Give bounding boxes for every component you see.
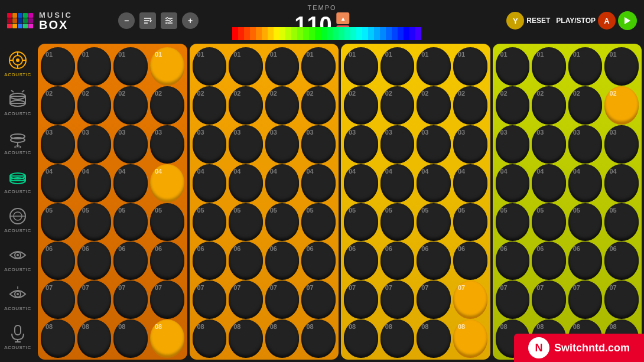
sidebar-item-2[interactable]: ACOUSTIC	[1, 122, 34, 161]
drum-pad[interactable]: 07	[496, 281, 530, 317]
drum-pad[interactable]: 02	[604, 86, 639, 123]
drum-pad[interactable]: 02	[417, 86, 451, 123]
drum-pad[interactable]: 01	[604, 47, 639, 84]
drum-pad[interactable]: 05	[496, 203, 530, 240]
drum-pad[interactable]: 03	[41, 125, 75, 162]
drum-pad[interactable]: 07	[604, 281, 639, 317]
drum-pad[interactable]: 03	[417, 125, 451, 162]
drum-pad[interactable]: 05	[113, 203, 148, 240]
drum-pad[interactable]: 01	[417, 47, 451, 84]
drum-pad[interactable]: 02	[453, 86, 487, 123]
drum-pad[interactable]: 02	[568, 86, 603, 123]
drum-pad[interactable]: 05	[604, 203, 639, 240]
sidebar-item-7[interactable]: ACOUSTIC	[1, 317, 34, 356]
drum-pad[interactable]: 06	[417, 242, 451, 278]
drum-pad[interactable]: 06	[532, 242, 566, 278]
settings-button[interactable]	[161, 12, 177, 29]
drum-pad[interactable]: 01	[301, 47, 336, 84]
drum-pad[interactable]: 07	[113, 281, 148, 317]
drum-pad[interactable]: 05	[568, 203, 603, 240]
drum-pad[interactable]: 04	[496, 164, 530, 201]
drum-pad[interactable]: 04	[265, 164, 300, 201]
drum-pad[interactable]: 07	[265, 281, 300, 317]
drum-pad[interactable]: 02	[150, 86, 184, 123]
drum-pad[interactable]: 02	[301, 86, 336, 123]
drum-pad[interactable]: 01	[453, 47, 487, 84]
drum-pad[interactable]: 02	[496, 86, 530, 123]
y-button[interactable]: Y	[506, 12, 524, 30]
drum-pad[interactable]: 02	[41, 86, 75, 123]
drum-pad[interactable]: 04	[380, 164, 415, 201]
tempo-up-button[interactable]: ▲	[337, 12, 350, 24]
sidebar-item-6[interactable]: ACOUSTIC	[1, 278, 34, 317]
drum-pad[interactable]: 05	[532, 203, 566, 240]
sort-button[interactable]	[139, 12, 156, 29]
drum-pad[interactable]: 01	[532, 47, 566, 84]
drum-pad[interactable]: 07	[150, 281, 184, 317]
sidebar-item-4[interactable]: ACOUSTIC	[1, 200, 34, 239]
drum-pad[interactable]: 04	[301, 164, 336, 201]
drum-pad[interactable]: 04	[113, 164, 148, 201]
drum-pad[interactable]: 01	[150, 47, 184, 84]
drum-pad[interactable]: 01	[41, 47, 75, 84]
drum-pad[interactable]: 06	[77, 242, 112, 278]
drum-pad[interactable]: 05	[380, 203, 415, 240]
drum-pad[interactable]: 04	[604, 164, 639, 201]
drum-pad[interactable]: 02	[344, 86, 378, 123]
drum-pad[interactable]: 06	[496, 242, 530, 278]
sidebar-item-1[interactable]: ACOUSTIC	[1, 83, 34, 122]
drum-pad[interactable]: 08	[193, 319, 227, 356]
drum-pad[interactable]: 02	[193, 86, 227, 123]
drum-pad[interactable]: 02	[77, 86, 112, 123]
drum-pad[interactable]: 04	[532, 164, 566, 201]
drum-pad[interactable]: 06	[568, 242, 603, 278]
drum-pad[interactable]: 07	[301, 281, 336, 317]
drum-pad[interactable]: 05	[265, 203, 300, 240]
drum-pad[interactable]: 08	[301, 319, 336, 356]
sidebar-item-5[interactable]: ACOUSTIC	[1, 239, 34, 278]
drum-pad[interactable]: 07	[532, 281, 566, 317]
drum-pad[interactable]: 04	[568, 164, 603, 201]
drum-pad[interactable]: 04	[417, 164, 451, 201]
drum-pad[interactable]: 02	[113, 86, 148, 123]
drum-pad[interactable]: 03	[265, 125, 300, 162]
drum-pad[interactable]: 03	[77, 125, 112, 162]
drum-pad[interactable]: 01	[496, 47, 530, 84]
drum-pad[interactable]: 06	[150, 242, 184, 278]
drum-pad[interactable]: 01	[229, 47, 263, 84]
drum-pad[interactable]: 08	[113, 319, 148, 356]
drum-pad[interactable]: 02	[265, 86, 300, 123]
drum-pad[interactable]: 08	[380, 319, 415, 356]
drum-pad[interactable]: 01	[265, 47, 300, 84]
drum-pad[interactable]: 05	[77, 203, 112, 240]
drum-pad[interactable]: 08	[265, 319, 300, 356]
drum-pad[interactable]: 03	[150, 125, 184, 162]
drum-pad[interactable]: 07	[229, 281, 263, 317]
drum-pad[interactable]: 03	[380, 125, 415, 162]
drum-pad[interactable]: 03	[568, 125, 603, 162]
drum-pad[interactable]: 06	[453, 242, 487, 278]
drum-pad[interactable]: 08	[453, 319, 487, 356]
drum-pad[interactable]: 07	[568, 281, 603, 317]
sidebar-item-3[interactable]: ACOUSTIC	[1, 161, 34, 200]
drum-pad[interactable]: 07	[417, 281, 451, 317]
drum-pad[interactable]: 08	[344, 319, 378, 356]
drum-pad[interactable]: 06	[604, 242, 639, 278]
drum-pad[interactable]: 05	[41, 203, 75, 240]
drum-pad[interactable]: 06	[265, 242, 300, 278]
drum-pad[interactable]: 05	[301, 203, 336, 240]
drum-pad[interactable]: 03	[453, 125, 487, 162]
drum-pad[interactable]: 01	[193, 47, 227, 84]
drum-pad[interactable]: 08	[417, 319, 451, 356]
drum-pad[interactable]: 06	[41, 242, 75, 278]
drum-pad[interactable]: 07	[77, 281, 112, 317]
drum-pad[interactable]: 06	[193, 242, 227, 278]
drum-pad[interactable]: 03	[496, 125, 530, 162]
drum-pad[interactable]: 05	[193, 203, 227, 240]
drum-pad[interactable]: 03	[229, 125, 263, 162]
a-button[interactable]: A	[598, 12, 616, 30]
drum-pad[interactable]: 05	[344, 203, 378, 240]
drum-pad[interactable]: 06	[113, 242, 148, 278]
drum-pad[interactable]: 07	[193, 281, 227, 317]
drum-pad[interactable]: 08	[77, 319, 112, 356]
